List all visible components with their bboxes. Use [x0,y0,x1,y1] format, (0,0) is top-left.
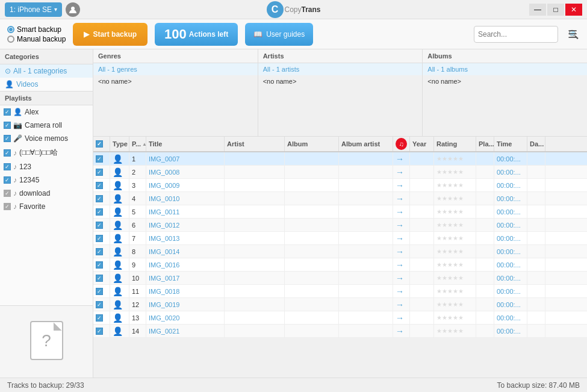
th-pla[interactable]: Pla... [476,137,494,151]
artists-all[interactable]: All - 1 artists [258,63,423,75]
playlist-item[interactable]: ✓ ♪ 123 [0,160,93,173]
table-row[interactable]: ✓ 👤 12 IMG_0019 → ★★★★★ 00:00:... [93,298,587,311]
row-title[interactable]: IMG_0013 [146,232,225,244]
row-title[interactable]: IMG_0016 [146,258,225,271]
row-checkbox[interactable]: ✓ [93,325,110,337]
table-row[interactable]: ✓ 👤 10 IMG_0017 → ★★★★★ 00:00:... [93,272,587,285]
playlist-checkbox[interactable]: ✓ [4,176,11,184]
albums-noname[interactable]: <no name> [423,75,587,87]
playlist-item[interactable]: ✓ 📷 Camera roll [0,119,93,132]
row-title[interactable]: IMG_0010 [146,192,225,205]
row-rating[interactable]: ★★★★★ [434,152,476,165]
row-rating[interactable]: ★★★★★ [434,325,476,337]
menu-button[interactable]: ☰ [565,25,580,43]
genres-all[interactable]: All - 1 genres [93,63,258,75]
category-videos[interactable]: 👤 Videos [0,78,93,91]
row-title[interactable]: IMG_0012 [146,219,225,231]
th-year[interactable]: Year [410,137,434,151]
row-title[interactable]: IMG_0020 [146,311,225,324]
minimize-button[interactable]: — [529,4,546,16]
table-row[interactable]: ✓ 👤 13 IMG_0020 → ★★★★★ 00:00:... [93,311,587,325]
genres-noname[interactable]: <no name> [93,75,258,87]
th-rating[interactable]: Rating [434,137,476,151]
start-backup-button[interactable]: ▶ Start backup [73,23,148,46]
search-input[interactable] [478,30,568,39]
table-row[interactable]: ✓ 👤 14 IMG_0021 → ★★★★★ 00:00:... [93,325,587,338]
th-albumartist[interactable]: Album artist [339,137,393,151]
row-checkbox[interactable]: ✓ [93,192,110,205]
row-title[interactable]: IMG_0011 [146,205,225,218]
playlist-checkbox[interactable]: ✓ [4,135,11,142]
actions-left-button[interactable]: 100 Actions left [155,23,238,46]
close-button[interactable]: ✕ [565,4,582,16]
row-checkbox[interactable]: ✓ [93,285,110,297]
row-title[interactable]: IMG_0018 [146,285,225,297]
th-title[interactable]: Title [146,137,225,151]
table-row[interactable]: ✓ 👤 3 IMG_0009 → ★★★★★ 00:00:... [93,179,587,192]
playlist-checkbox[interactable]: ✓ [4,203,11,210]
table-row[interactable]: ✓ 👤 11 IMG_0018 → ★★★★★ 00:00:... [93,285,587,298]
device-dropdown[interactable]: 1: iPhone SE ▾ [5,2,62,17]
row-rating[interactable]: ★★★★★ [434,166,476,178]
th-album[interactable]: Album [285,137,339,151]
manual-backup-option[interactable]: Manual backup [7,35,66,43]
table-row[interactable]: ✓ 👤 5 IMG_0011 → ★★★★★ 00:00:... [93,205,587,219]
row-rating[interactable]: ★★★★★ [434,258,476,271]
search-box[interactable]: 🔍 [474,26,558,43]
row-title[interactable]: IMG_0021 [146,325,225,337]
row-rating[interactable]: ★★★★★ [434,311,476,324]
playlist-item[interactable]: ✓ ♪ (□□∀□)□□哈 [0,145,93,160]
row-rating[interactable]: ★★★★★ [434,232,476,244]
albums-all[interactable]: All - 1 albums [423,63,587,75]
row-checkbox[interactable]: ✓ [93,298,110,311]
row-title[interactable]: IMG_0009 [146,179,225,191]
th-type[interactable]: Type [110,137,129,151]
playlist-item[interactable]: ✓ ♪ Favorite [0,200,93,213]
row-checkbox[interactable]: ✓ [93,311,110,324]
playlist-checkbox[interactable]: ✓ [4,122,11,129]
row-title[interactable]: IMG_0019 [146,298,225,311]
smart-backup-radio[interactable] [7,26,14,33]
profile-icon[interactable] [66,2,80,17]
playlist-checkbox[interactable]: ✓ [4,190,11,197]
table-row[interactable]: ✓ 👤 2 IMG_0008 → ★★★★★ 00:00:... [93,166,587,179]
playlist-checkbox[interactable]: ✓ [4,163,11,170]
row-rating[interactable]: ★★★★★ [434,285,476,297]
row-checkbox[interactable]: ✓ [93,179,110,191]
table-row[interactable]: ✓ 👤 8 IMG_0014 → ★★★★★ 00:00:... [93,245,587,258]
playlist-item[interactable]: ✓ 👤 Alex [0,105,93,119]
row-rating[interactable]: ★★★★★ [434,298,476,311]
th-artist[interactable]: Artist [225,137,285,151]
row-title[interactable]: IMG_0008 [146,166,225,178]
row-checkbox[interactable]: ✓ [93,205,110,218]
th-p[interactable]: P...▲ [129,137,146,151]
row-title[interactable]: IMG_0014 [146,245,225,258]
row-title[interactable]: IMG_0007 [146,152,225,165]
row-checkbox[interactable]: ✓ [93,258,110,271]
table-row[interactable]: ✓ 👤 1 IMG_0007 → ★★★★★ 00:00:... [93,152,587,166]
th-da[interactable]: Da... [527,137,545,151]
row-title[interactable]: IMG_0017 [146,272,225,284]
user-guides-button[interactable]: 📖 User guides [245,23,313,46]
row-rating[interactable]: ★★★★★ [434,272,476,284]
manual-backup-radio[interactable] [7,36,14,43]
playlist-item[interactable]: ✓ 🎤 Voice memos [0,132,93,145]
playlist-checkbox[interactable]: ✓ [4,108,11,116]
row-rating[interactable]: ★★★★★ [434,245,476,258]
smart-backup-option[interactable]: Smart backup [7,25,66,34]
table-row[interactable]: ✓ 👤 7 IMG_0013 → ★★★★★ 00:00:... [93,232,587,245]
row-checkbox[interactable]: ✓ [93,245,110,258]
category-all[interactable]: ⊙ All - 1 categories [0,64,93,78]
row-rating[interactable]: ★★★★★ [434,192,476,205]
table-row[interactable]: ✓ 👤 6 IMG_0012 → ★★★★★ 00:00:... [93,219,587,232]
row-rating[interactable]: ★★★★★ [434,219,476,231]
header-checkbox[interactable]: ✓ [96,140,103,148]
row-checkbox[interactable]: ✓ [93,272,110,284]
row-checkbox[interactable]: ✓ [93,232,110,244]
row-checkbox[interactable]: ✓ [93,219,110,231]
artists-noname[interactable]: <no name> [258,75,423,87]
playlist-checkbox[interactable]: ✓ [4,149,11,157]
row-checkbox[interactable]: ✓ [93,152,110,165]
table-row[interactable]: ✓ 👤 4 IMG_0010 → ★★★★★ 00:00:... [93,192,587,205]
table-row[interactable]: ✓ 👤 9 IMG_0016 → ★★★★★ 00:00:... [93,258,587,272]
